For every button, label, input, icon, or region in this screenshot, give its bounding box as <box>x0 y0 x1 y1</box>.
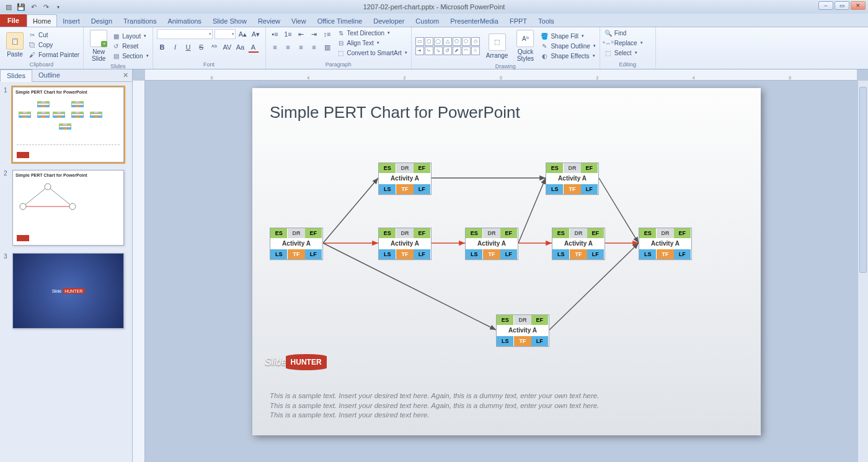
italic-button[interactable]: I <box>170 42 181 53</box>
shrink-font-button[interactable]: A▾ <box>250 29 262 40</box>
format-painter-button[interactable]: 🖌Format Painter <box>28 51 79 60</box>
branding-slide: Slide <box>265 357 287 368</box>
char-spacing-button[interactable]: AV <box>222 42 233 53</box>
close-button[interactable]: ✕ <box>851 1 866 10</box>
minimize-button[interactable]: – <box>818 1 833 10</box>
slide-footer-text[interactable]: This is a sample text. Insert your desir… <box>270 391 743 420</box>
slide-thumbnail-1[interactable]: Simple PERT Chart for PowerPoint <box>12 87 124 162</box>
font-family-select[interactable] <box>157 29 213 39</box>
tab-file[interactable]: File <box>0 14 27 27</box>
group-font: A▴ A▾ B I U S ᴬᵇ AV Aa A Font <box>153 27 266 69</box>
convert-smartart-button[interactable]: ⬚Convert to SmartArt▾ <box>337 48 407 57</box>
tab-home[interactable]: Home <box>27 14 57 27</box>
scrollbar-thumb[interactable] <box>859 87 867 273</box>
cut-button[interactable]: ✂Cut <box>28 31 79 40</box>
slide-title[interactable]: Simple PERT Chart for PowerPoint <box>270 103 743 122</box>
tab-animations[interactable]: Animations <box>162 15 206 27</box>
pert-chart[interactable]: ESDREFActivity ALSTFLFESDREFActivity ALS… <box>270 128 743 352</box>
pert-node[interactable]: ESDREFActivity ALSTFLF <box>465 228 518 260</box>
workspace: Slides Outline ✕ 1 Simple PERT Chart for… <box>0 69 868 462</box>
align-center-button[interactable]: ≡ <box>283 42 294 53</box>
pert-node[interactable]: ESDREFActivity ALSTFLF <box>546 162 599 195</box>
columns-button[interactable]: ▥ <box>322 42 333 53</box>
new-slide-button[interactable]: New Slide <box>87 29 110 63</box>
section-button[interactable]: ▤Section▾ <box>112 51 148 60</box>
tab-tools[interactable]: Tools <box>533 15 560 27</box>
align-left-button[interactable]: ≡ <box>270 42 281 53</box>
save-icon[interactable]: 💾 <box>16 2 26 12</box>
pert-node[interactable]: ESDREFActivity ALSTFLF <box>378 228 432 260</box>
align-right-button[interactable]: ≡ <box>296 42 307 53</box>
tab-officetimeline[interactable]: Office Timeline <box>312 15 368 27</box>
align-text-button[interactable]: ⊟Align Text▾ <box>337 38 407 47</box>
slide-thumbnail-3[interactable]: Slide HUNTER <box>12 253 124 329</box>
pert-node[interactable]: ESDREFActivity ALSTFLF <box>378 162 432 195</box>
fill-icon: 🪣 <box>540 32 549 40</box>
layout-icon: ▦ <box>112 32 120 40</box>
pert-node[interactable]: ESDREFActivity ALSTFLF <box>496 314 549 347</box>
tab-custom[interactable]: Custom <box>410 15 445 27</box>
cut-icon: ✂ <box>28 31 37 40</box>
outline-tab[interactable]: Outline <box>32 69 66 81</box>
tab-insert[interactable]: Insert <box>57 15 86 27</box>
shape-outline-button[interactable]: ✎Shape Outline▾ <box>540 42 595 50</box>
indent-button[interactable]: ⇥ <box>309 29 320 40</box>
pert-node[interactable]: ESDREFActivity ALSTFLF <box>639 228 692 260</box>
arrange-button[interactable]: ⬚Arrange <box>484 32 511 60</box>
shadow-button[interactable]: ᴬᵇ <box>209 42 220 53</box>
quick-styles-button[interactable]: AᵇQuick Styles <box>514 29 536 63</box>
shapes-gallery[interactable]: ▭▢◯△⬠⬡◇ ➜⤷↘↺⬈◠☆ <box>415 37 480 55</box>
quick-access-toolbar: ▨ 💾 ↶ ↷ ▾ <box>0 2 63 12</box>
line-spacing-button[interactable]: ↕≡ <box>322 29 333 40</box>
quick-styles-icon: Aᵇ <box>516 30 534 47</box>
title-bar: ▨ 💾 ↶ ↷ ▾ 1207-02-pert-chart.pptx - Micr… <box>0 0 868 14</box>
thumbnail-triangle-preview <box>17 182 79 219</box>
pert-node[interactable]: ESDREFActivity ALSTFLF <box>552 228 605 260</box>
shape-fill-button[interactable]: 🪣Shape Fill▾ <box>540 32 595 40</box>
tab-transitions[interactable]: Transitions <box>118 15 162 27</box>
copy-button[interactable]: ⿻Copy <box>28 41 79 50</box>
numbering-button[interactable]: 1≡ <box>283 29 294 40</box>
strike-button[interactable]: S <box>196 42 207 53</box>
slide-canvas[interactable]: Simple PERT Chart for PowerPoint ESDREFA… <box>252 88 761 435</box>
tab-slideshow[interactable]: Slide Show <box>207 15 252 27</box>
panel-close-button[interactable]: ✕ <box>119 69 132 81</box>
svg-line-1 <box>48 187 73 207</box>
undo-icon[interactable]: ↶ <box>29 2 38 12</box>
grow-font-button[interactable]: A▴ <box>237 29 249 40</box>
layout-button[interactable]: ▦Layout▾ <box>112 32 148 40</box>
find-button[interactable]: 🔍Find <box>604 29 652 37</box>
reset-button[interactable]: ↺Reset <box>112 42 148 50</box>
tab-presentermedia[interactable]: PresenterMedia <box>445 15 504 27</box>
tab-view[interactable]: View <box>286 15 312 27</box>
slides-tab[interactable]: Slides <box>0 69 32 82</box>
tab-design[interactable]: Design <box>86 15 118 27</box>
justify-button[interactable]: ≡ <box>309 42 320 53</box>
tab-developer[interactable]: Developer <box>368 15 410 27</box>
shape-effects-button[interactable]: ◐Shape Effects▾ <box>540 51 595 60</box>
tab-review[interactable]: Review <box>252 15 286 27</box>
tab-fppt[interactable]: FPPT <box>504 15 533 27</box>
new-slide-label: New Slide <box>92 48 105 62</box>
group-label-clipboard: Clipboard <box>4 61 79 69</box>
pert-node[interactable]: ESDREFActivity ALSTFLF <box>270 228 323 260</box>
replace-button[interactable]: ᵃ↔ᵇReplace▾ <box>604 38 652 47</box>
thumbnail-pert-preview <box>16 96 121 133</box>
outdent-button[interactable]: ⇤ <box>296 29 307 40</box>
text-direction-button[interactable]: ⇅Text Direction▾ <box>337 29 407 37</box>
bullets-button[interactable]: •≡ <box>270 29 281 40</box>
redo-icon[interactable]: ↷ <box>41 2 51 12</box>
vertical-scrollbar[interactable] <box>857 81 868 462</box>
select-button[interactable]: ⬚Select▾ <box>604 48 652 57</box>
underline-button[interactable]: U <box>183 42 194 53</box>
font-color-button[interactable]: A <box>248 42 259 53</box>
change-case-button[interactable]: Aa <box>235 42 246 53</box>
slide-panel-tabs: Slides Outline ✕ <box>0 69 132 82</box>
qat-more-icon[interactable]: ▾ <box>53 2 63 12</box>
slide-thumbnail-2[interactable]: Simple PERT Chart for PowerPoint <box>12 170 124 246</box>
bold-button[interactable]: B <box>157 42 168 53</box>
maximize-button[interactable]: ▭ <box>835 1 849 10</box>
font-size-select[interactable] <box>215 29 236 39</box>
paste-button[interactable]: 📋 Paste <box>4 31 26 59</box>
hunter-badge-mini: Slide HUNTER <box>52 289 85 293</box>
